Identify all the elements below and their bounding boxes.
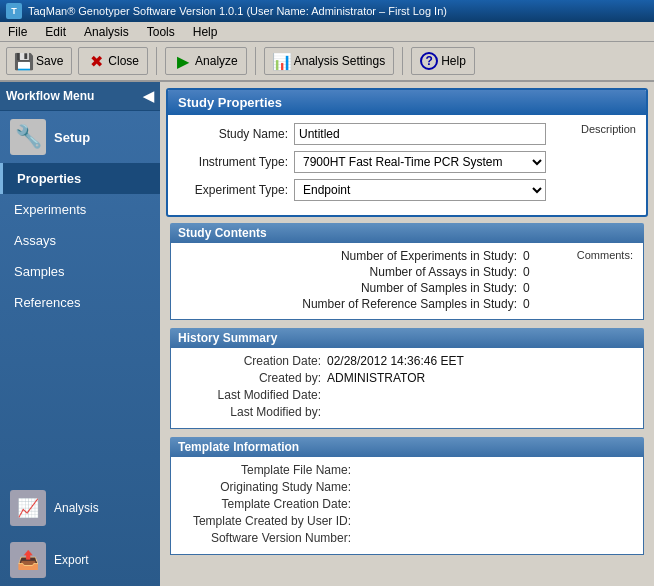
template-row-2: Template Creation Date: (181, 497, 633, 511)
instrument-type-select[interactable]: 7900HT Fast Real-Time PCR System (294, 151, 546, 173)
analyze-button[interactable]: ▶ Analyze (165, 47, 247, 75)
sidebar-item-experiments[interactable]: Experiments (0, 194, 160, 225)
help-label: Help (441, 54, 466, 68)
sidebar-item-analysis[interactable]: 📈 Analysis (0, 482, 160, 534)
menu-tools[interactable]: Tools (143, 24, 179, 40)
study-props-left: Study Name: Instrument Type: 7900HT Fast… (178, 123, 546, 207)
study-contents-row-1: Number of Assays in Study: 0 (181, 265, 553, 279)
history-row-0: Creation Date: 02/28/2012 14:36:46 EET (181, 354, 633, 368)
study-contents-header: Study Contents (170, 223, 644, 243)
menu-file[interactable]: File (4, 24, 31, 40)
history-summary-body: Creation Date: 02/28/2012 14:36:46 EET C… (170, 348, 644, 429)
sidebar-setup[interactable]: 🔧 Setup (0, 111, 160, 163)
close-button[interactable]: ✖ Close (78, 47, 148, 75)
history-row-2: Last Modified Date: (181, 388, 633, 402)
sidebar-item-export[interactable]: 📤 Export (0, 534, 160, 586)
menu-help[interactable]: Help (189, 24, 222, 40)
sidebar-bottom: 📈 Analysis 📤 Export (0, 482, 160, 586)
title-text: TaqMan® Genotyper Software Version 1.0.1… (28, 5, 447, 17)
sidebar-collapse-arrow[interactable]: ◀ (143, 88, 154, 104)
history-summary-header: History Summary (170, 328, 644, 348)
toolbar-divider-1 (156, 47, 157, 75)
comments-label: Comments: (577, 249, 633, 261)
study-properties-body: Study Name: Instrument Type: 7900HT Fast… (168, 115, 646, 215)
instrument-type-row: Instrument Type: 7900HT Fast Real-Time P… (178, 151, 546, 173)
close-icon: ✖ (87, 52, 105, 70)
analyze-label: Analyze (195, 54, 238, 68)
study-name-input[interactable] (294, 123, 546, 145)
help-button[interactable]: ? Help (411, 47, 475, 75)
experiment-type-row: Experiment Type: Endpoint (178, 179, 546, 201)
sidebar-header-label: Workflow Menu (6, 89, 94, 103)
toolbar-divider-2 (255, 47, 256, 75)
save-icon: 💾 (15, 52, 33, 70)
study-contents-body: Number of Experiments in Study: 0 Number… (170, 243, 644, 320)
study-properties-panel: Study Properties Study Name: Instrument … (166, 88, 648, 217)
title-bar: T TaqMan® Genotyper Software Version 1.0… (0, 0, 654, 22)
sidebar-header: Workflow Menu ◀ (0, 82, 160, 111)
analysis-settings-label: Analysis Settings (294, 54, 385, 68)
sidebar-item-assays[interactable]: Assays (0, 225, 160, 256)
close-label: Close (108, 54, 139, 68)
menu-edit[interactable]: Edit (41, 24, 70, 40)
sidebar-item-properties[interactable]: Properties (0, 163, 160, 194)
help-icon: ? (420, 52, 438, 70)
save-button[interactable]: 💾 Save (6, 47, 72, 75)
study-properties-header: Study Properties (168, 90, 646, 115)
study-contents-row-0: Number of Experiments in Study: 0 (181, 249, 553, 263)
save-label: Save (36, 54, 63, 68)
sidebar-item-samples[interactable]: Samples (0, 256, 160, 287)
template-row-0: Template File Name: (181, 463, 633, 477)
menu-analysis[interactable]: Analysis (80, 24, 133, 40)
template-row-3: Template Created by User ID: (181, 514, 633, 528)
toolbar-divider-3 (402, 47, 403, 75)
template-information-body: Template File Name: Originating Study Na… (170, 457, 644, 555)
history-row-3: Last Modified by: (181, 405, 633, 419)
app-icon: T (6, 3, 22, 19)
sidebar: Workflow Menu ◀ 🔧 Setup Properties Exper… (0, 82, 160, 586)
sidebar-setup-label: Setup (54, 130, 90, 145)
study-contents-section: Study Contents Number of Experiments in … (170, 223, 644, 320)
study-props-right: Description (556, 123, 636, 207)
analysis-settings-icon: 📊 (273, 52, 291, 70)
instrument-type-label: Instrument Type: (178, 155, 288, 169)
export-icon: 📤 (10, 542, 46, 578)
template-row-4: Software Version Number: (181, 531, 633, 545)
history-summary-section: History Summary Creation Date: 02/28/201… (170, 328, 644, 429)
setup-icon: 🔧 (10, 119, 46, 155)
study-name-label: Study Name: (178, 127, 288, 141)
content-area: Study Properties Study Name: Instrument … (160, 82, 654, 586)
analysis-settings-button[interactable]: 📊 Analysis Settings (264, 47, 394, 75)
template-information-section: Template Information Template File Name:… (170, 437, 644, 555)
study-contents-row-3: Number of Reference Samples in Study: 0 (181, 297, 553, 311)
analyze-icon: ▶ (174, 52, 192, 70)
sidebar-item-references[interactable]: References (0, 287, 160, 318)
toolbar: 💾 Save ✖ Close ▶ Analyze 📊 Analysis Sett… (0, 42, 654, 82)
description-label: Description (581, 123, 636, 135)
study-name-row: Study Name: (178, 123, 546, 145)
template-row-1: Originating Study Name: (181, 480, 633, 494)
history-row-1: Created by: ADMINISTRATOR (181, 371, 633, 385)
menu-bar: File Edit Analysis Tools Help (0, 22, 654, 42)
template-information-header: Template Information (170, 437, 644, 457)
analysis-icon: 📈 (10, 490, 46, 526)
study-contents-row-2: Number of Samples in Study: 0 (181, 281, 553, 295)
experiment-type-label: Experiment Type: (178, 183, 288, 197)
experiment-type-select[interactable]: Endpoint (294, 179, 546, 201)
main-layout: Workflow Menu ◀ 🔧 Setup Properties Exper… (0, 82, 654, 586)
